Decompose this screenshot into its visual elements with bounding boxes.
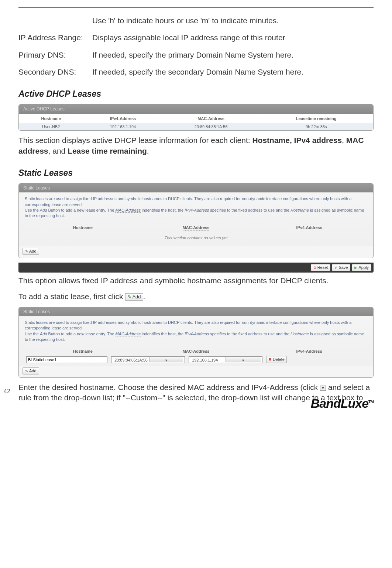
add-label: Add [132,294,141,300]
static-para1: This option allows fixed IP address and … [18,276,374,286]
definitions-table: Use 'h' to indicate hours or use 'm' to … [18,16,374,77]
mac-select[interactable]: 20:89:84:85:1A:56 ▼ [111,356,185,363]
cell-lease: 9h 22m 35s [259,123,373,130]
delete-icon: ✖ [268,357,272,362]
brand-text: BandLuxe [311,396,368,410]
secondary-dns-desc: If needed, specify the secondary Domain … [92,67,374,77]
text: . [147,147,149,155]
static-lease-row: 20:89:84:85:1A:56 ▼ 192.168.1.194 ▼ ✖ De… [19,355,373,366]
static-leases-panel-header: Static Leases [19,307,373,316]
active-dhcp-panel: Active DHCP Leases Hostname IPv4-Address… [18,104,374,131]
chevron-down-icon: ▼ [226,357,261,362]
text-bold: Hostname, IPv4 address [252,136,342,144]
apply-button[interactable]: ▶Apply [352,264,371,271]
desc-line2: Use the Add Button to add a new lease en… [25,208,367,219]
add-label: Add [29,249,37,254]
text: , and [48,147,68,155]
reset-label: Reset [317,265,328,270]
lease-time-desc: Use 'h' to indicate hours or use 'm' to … [92,16,374,26]
ip-range-desc: Displays assignable local IP address ran… [92,32,374,43]
col-ipv4: IPv4-Address [252,349,366,354]
save-button[interactable]: ✔Save [332,264,350,271]
reset-button[interactable]: ⊘Reset [311,264,331,271]
static-leases-panel-1: Static Leases Static leases are used to … [18,183,374,258]
secondary-dns-term: Secondary DNS: [18,67,92,77]
static-leases-desc: Static leases are used to assign fixed I… [19,192,373,221]
active-dhcp-description: This section displays active DHCP lease … [18,135,374,156]
primary-dns-desc: If needed, specify the primary Domain Na… [92,50,374,60]
no-values-text: This section contains no values yet [19,232,373,247]
text: , [342,136,346,144]
add-icon: ✎ [25,249,28,254]
static-leases-title: Static Leases [18,167,374,179]
static-headers: Hostname MAC-Address IPv4-Address [19,345,373,355]
static-headers: Hostname MAC-Address IPv4-Address [19,221,373,232]
delete-button[interactable]: ✖ Delete [266,356,287,363]
ipv4-select[interactable]: 192.168.1.194 ▼ [189,356,262,363]
apply-icon: ▶ [354,265,357,270]
add-icon: ✎ [127,294,131,300]
desc-line1: Static leases are used to assign fixed I… [25,320,367,331]
add-label: Add [29,368,37,374]
col-ipv4: IPv4-Address [83,114,162,124]
brand-logo: BandLuxeTM [311,395,374,412]
col-hostname: Hostname [26,349,140,354]
inline-add-button[interactable]: ✎ Add [125,293,143,301]
hostname-input[interactable] [26,356,107,363]
col-lease: Leasetime remaining [259,114,373,124]
text: Enter the desired hostname. Choose the d… [18,383,320,391]
text-bold: Lease time remaining [68,147,147,155]
page-number: 42 [4,387,10,396]
static-leases-panel-2: Static Leases Static leases are used to … [18,307,374,378]
table-row: User-NB2 192.168.1.194 20:89:84:85:1A:56… [19,123,373,130]
col-mac: MAC-Address [163,114,259,124]
text: . [143,292,145,301]
chevron-down-icon: ▼ [149,357,183,362]
def-term-blank [18,16,92,26]
text: This section displays active DHCP lease … [18,136,252,144]
static-leases-panel-header: Static Leases [19,184,373,192]
ipv4-value: 192.168.1.194 [190,357,226,362]
cell-ipv4: 192.168.1.194 [83,123,162,130]
static-para2: To add a static lease, first click ✎ Add… [18,291,374,302]
col-mac: MAC-Address [140,225,253,231]
apply-label: Apply [358,265,369,270]
ip-range-term: IP Address Range: [18,32,92,43]
active-dhcp-panel-header: Active DHCP Leases [19,105,373,113]
static-leases-desc: Static leases are used to assign fixed I… [19,316,373,345]
col-hostname: Hostname [19,114,83,124]
col-hostname: Hostname [26,225,140,231]
add-icon: ✎ [25,369,28,374]
active-dhcp-title: Active DHCP Leases [18,88,374,100]
save-label: Save [338,265,348,270]
trademark-text: TM [368,400,374,404]
active-dhcp-table: Hostname IPv4-Address MAC-Address Leaset… [19,114,373,131]
reset-icon: ⊘ [313,265,316,270]
col-mac: MAC-Address [140,349,253,354]
delete-label: Delete [273,357,285,362]
save-icon: ✔ [334,265,337,270]
desc-line1: Static leases are used to assign fixed I… [25,196,367,208]
add-button[interactable]: ✎ Add [23,248,39,255]
col-ipv4: IPv4-Address [252,225,366,231]
add-button[interactable]: ✎ Add [23,367,39,374]
text: To add a static lease, first click [18,292,125,301]
cell-hostname: User-NB2 [19,123,83,130]
inline-dropdown-icon[interactable]: ▼ [320,386,326,391]
cell-mac: 20:89:84:85:1A:56 [163,123,259,130]
primary-dns-term: Primary DNS: [18,50,92,60]
mac-value: 20:89:84:85:1A:56 [113,357,149,362]
panel-footer-buttons: ⊘Reset ✔Save ▶Apply [18,263,374,273]
desc-line2: Use the Add Button to add a new lease en… [25,331,367,343]
top-rule [18,7,374,8]
